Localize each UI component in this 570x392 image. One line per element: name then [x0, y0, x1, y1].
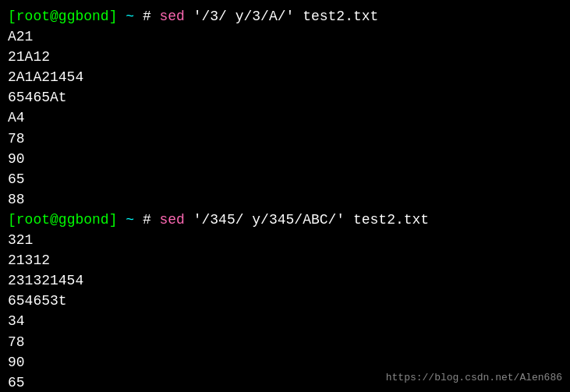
cmd-sed-2: sed	[160, 210, 185, 230]
output-1-line-1: A21	[8, 26, 562, 47]
output-1-line-4: 65465At	[8, 87, 562, 108]
output-2-line-3: 231321454	[8, 270, 562, 291]
prompt-user-2: root	[16, 210, 50, 230]
terminal-container: [root@ggbond] ~ # sed '/3/ y/3/A/' test2…	[8, 6, 562, 392]
prompt-host-1: ggbond	[58, 6, 109, 26]
watermark: https://blog.csdn.net/Alen686	[386, 371, 562, 386]
output-2-line-5: 34	[8, 311, 562, 331]
output-1-line-5: A4	[8, 108, 562, 128]
prompt-at-2: @	[50, 210, 58, 230]
prompt-at-1: @	[50, 6, 58, 26]
prompt-space-1	[117, 6, 126, 26]
prompt-open-bracket-2: [	[8, 210, 16, 230]
command-line-2: [root@ggbond] ~ # sed '/345/ y/345/ABC/'…	[8, 210, 562, 230]
prompt-hash-1: #	[134, 6, 159, 26]
output-1-line-3: 2A1A21454	[8, 67, 562, 87]
output-1-line-7: 90	[8, 149, 562, 169]
cmd-sed-1: sed	[160, 6, 185, 26]
prompt-space-2	[117, 210, 126, 230]
prompt-host-2: ggbond	[58, 210, 109, 230]
command-line-1: [root@ggbond] ~ # sed '/3/ y/3/A/' test2…	[8, 6, 562, 26]
output-2-line-6: 78	[8, 332, 562, 352]
prompt-open-bracket-1: [	[8, 6, 16, 26]
prompt-tilde-1: ~	[126, 6, 134, 26]
cmd-args-2: '/345/ y/345/ABC/' test2.txt	[185, 210, 429, 230]
prompt-tilde-2: ~	[126, 210, 134, 230]
prompt-user-1: root	[16, 6, 50, 26]
prompt-hash-2: #	[134, 210, 159, 230]
prompt-close-bracket-1: ]	[109, 6, 118, 26]
output-1-line-8: 65	[8, 169, 562, 189]
cmd-args-1: '/3/ y/3/A/' test2.txt	[185, 6, 378, 26]
output-2-line-4: 654653t	[8, 291, 562, 311]
output-1-line-6: 78	[8, 129, 562, 149]
output-1-line-9: 88	[8, 189, 562, 210]
prompt-close-bracket-2: ]	[109, 210, 118, 230]
output-2-line-2: 21312	[8, 250, 562, 270]
output-2-line-7: 90	[8, 352, 562, 373]
output-1-line-2: 21A12	[8, 47, 562, 67]
output-2-line-1: 321	[8, 230, 562, 250]
